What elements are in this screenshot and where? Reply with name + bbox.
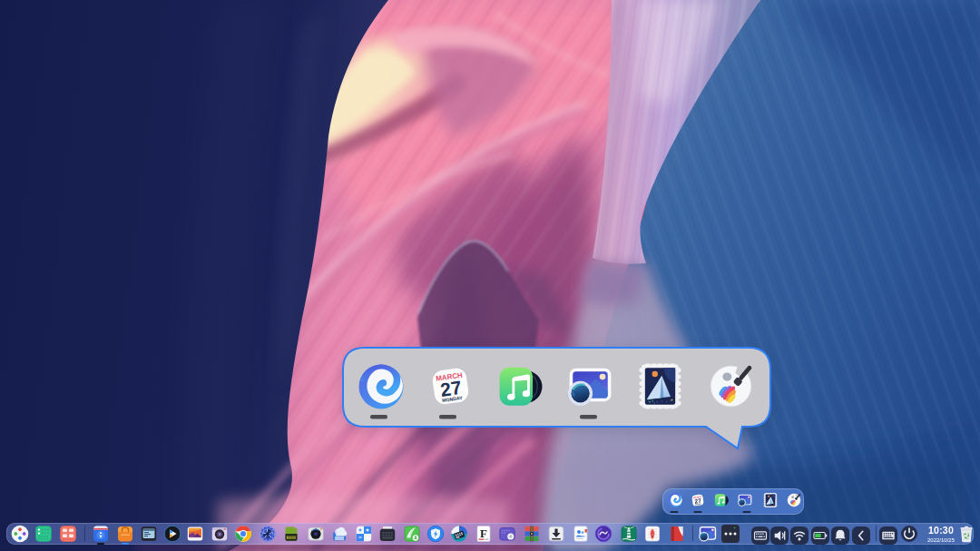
svg-text:F: F [480,526,487,540]
